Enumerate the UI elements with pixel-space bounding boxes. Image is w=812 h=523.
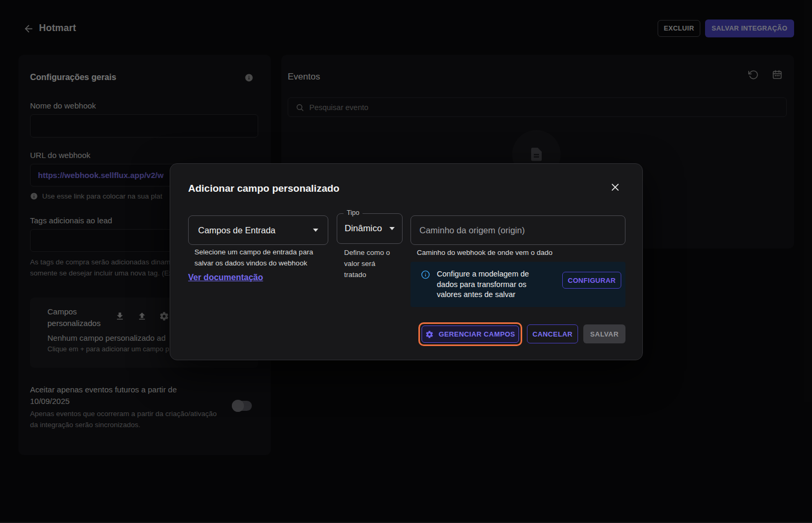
chevron-down-icon: [313, 229, 318, 232]
data-modeling-text: Configure a modelagem de dados para tran…: [437, 269, 529, 300]
origin-path-hint: Caminho do webhook de onde vem o dado: [417, 248, 552, 259]
close-icon: [611, 183, 620, 192]
gerenciar-campos-label: GERENCIAR CAMPOS: [438, 330, 515, 338]
close-button[interactable]: [611, 183, 620, 192]
configurar-button[interactable]: CONFIGURAR: [562, 272, 621, 289]
add-custom-field-modal: Adicionar campo personalizado Campos de …: [170, 163, 643, 360]
data-modeling-info-box: Configure a modelagem de dados para tran…: [410, 262, 625, 307]
click-highlight: GERENCIAR CAMPOS: [418, 322, 522, 346]
field-source-value: Campos de Entrada: [198, 225, 313, 235]
field-source-select[interactable]: Campos de Entrada: [188, 215, 328, 245]
docs-link[interactable]: Ver documentação: [188, 273, 263, 282]
field-source-hint: Selecione um campo de entrada para salva…: [194, 247, 313, 269]
modal-title: Adicionar campo personalizado: [188, 183, 339, 194]
salvar-button[interactable]: SALVAR: [583, 324, 625, 343]
origin-path-input[interactable]: [410, 215, 625, 245]
cancelar-button[interactable]: CANCELAR: [527, 324, 578, 343]
type-select-value: Dinâmico: [345, 223, 389, 234]
type-select-hint: Define como o valor será tratado: [344, 247, 390, 280]
app-root: Hotmart EXCLUIR SALVAR INTEGRAÇÃO Config…: [0, 0, 812, 523]
type-select[interactable]: Tipo Dinâmico: [337, 213, 403, 244]
type-select-label: Tipo: [344, 209, 363, 216]
info-icon: [421, 270, 430, 279]
gerenciar-campos-button[interactable]: GERENCIAR CAMPOS: [422, 325, 519, 343]
gear-icon: [425, 330, 434, 339]
chevron-down-icon: [389, 227, 395, 230]
